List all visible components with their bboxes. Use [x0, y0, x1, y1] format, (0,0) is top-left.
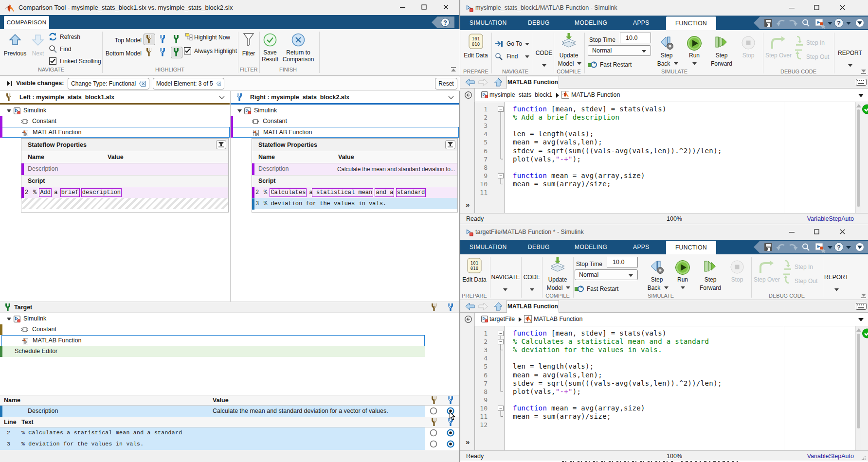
right-panel-props-filter-button[interactable] [445, 140, 455, 149]
step-back-button[interactable]: Step [651, 276, 663, 283]
maximize-button[interactable] [810, 2, 824, 14]
update-model-button[interactable]: Update [548, 276, 567, 283]
lt-radio-right[interactable] [447, 429, 454, 437]
top-model-merged-button[interactable] [171, 34, 182, 45]
chip-model-element-remove-icon[interactable] [217, 81, 221, 87]
nv-radio-left[interactable] [430, 407, 437, 415]
bottom-model-left-button[interactable] [144, 47, 155, 58]
return-comparison-button[interactable]: Return toComparison [283, 49, 314, 63]
find-button[interactable]: Find [60, 46, 71, 53]
fast-restart-button[interactable]: Fast Restart [587, 285, 618, 292]
step-forward-button[interactable]: Step [716, 52, 728, 59]
report-button[interactable]: REPORT [824, 274, 849, 281]
maximize-button[interactable] [417, 1, 432, 13]
forward-arrow-icon[interactable] [478, 78, 488, 86]
target-tree-row-simulink[interactable]: Simulink [0, 314, 425, 324]
chip-change-type[interactable]: Change Type: Functional [68, 78, 149, 89]
linked-scrolling-checkbox[interactable] [49, 57, 56, 65]
left-panel-description-row[interactable]: Description [21, 163, 228, 175]
find-button[interactable]: Find [506, 53, 518, 60]
step-forward-button[interactable]: Step [705, 276, 717, 283]
breadcrumb-dropdown-icon[interactable] [858, 94, 864, 97]
left-panel-tree-row[interactable]: Simulink [0, 106, 230, 116]
tab-apps[interactable]: APPS [633, 19, 650, 26]
code-button[interactable]: CODE [536, 50, 553, 56]
run-button[interactable]: Run [689, 52, 700, 59]
code-line[interactable]: plot(vals,"-+"); [513, 388, 581, 395]
minimize-button[interactable] [396, 1, 410, 13]
code-line[interactable]: mean = avg(vals,len); [513, 138, 602, 146]
code-line[interactable]: % Add a brief description [513, 113, 619, 121]
edit-data-button[interactable]: Edit Data [464, 52, 488, 59]
step-back-label-2[interactable]: Back [648, 284, 661, 291]
up-arrow-icon[interactable] [494, 302, 503, 311]
navigate-collapsed-button[interactable]: NAVIGATE [491, 274, 520, 281]
bottom-model-right-button[interactable] [157, 47, 169, 58]
collapse-explorer-icon[interactable] [465, 316, 472, 323]
left-panel-tree-row[interactable]: MATLAB Function [0, 127, 230, 138]
chip-model-element[interactable]: Model Element: 3 of 5 [153, 78, 224, 89]
report-button[interactable]: REPORT [838, 50, 862, 56]
scrollbar-thumb[interactable] [857, 334, 860, 428]
minimize-button[interactable] [785, 226, 799, 238]
step-back-button[interactable]: Step [661, 52, 673, 59]
filter-button[interactable]: Filter [242, 50, 255, 57]
tab-modeling[interactable]: MODELING [575, 244, 607, 250]
fast-restart-button[interactable]: Fast Restart [600, 61, 632, 68]
expand-arrow-icon[interactable] [237, 109, 242, 113]
target-tree-row-constant[interactable]: Constant [0, 324, 425, 335]
close-button[interactable] [835, 2, 850, 14]
expand-arrow-icon[interactable] [7, 109, 11, 113]
code-line[interactable]: stdev = sqrt(sum(((vals-avg(vals,len)).^… [513, 147, 722, 155]
left-panel-props-filter-button[interactable] [216, 140, 226, 149]
code-line[interactable]: mean = sum(array)/size; [513, 180, 611, 188]
mode-dropdown[interactable]: Normal [575, 269, 638, 280]
code-line[interactable]: function [mean, stdev] = stats(vals) [513, 329, 667, 337]
scrollbar-up-icon[interactable] [856, 104, 861, 107]
breadcrumb-dropdown-icon[interactable] [858, 318, 864, 321]
close-button[interactable] [835, 226, 850, 238]
expand-arrow-icon[interactable] [7, 318, 11, 321]
step-forward-label-2[interactable]: Forward [700, 284, 721, 291]
code-line[interactable]: % Calculates a statistical mean and a st… [513, 338, 709, 345]
stop-time-input[interactable]: 10.0 [620, 33, 651, 43]
tab-modeling[interactable]: MODELING [575, 19, 607, 26]
reset-button[interactable]: Reset [435, 78, 457, 89]
collapse-explorer-icon[interactable] [465, 91, 472, 99]
lt-radio-left[interactable] [430, 440, 437, 448]
save-result-button[interactable]: SaveResult [262, 49, 278, 63]
up-arrow-icon[interactable] [494, 78, 503, 87]
code-line[interactable]: stdev = sqrt(sum(((vals-avg(vals,len)).^… [513, 379, 722, 387]
code-line[interactable]: plot(vals,"-+"); [513, 155, 581, 163]
target-tree-row-schedule-editor[interactable]: Schedule Editor [0, 346, 425, 357]
editor-scrollbar[interactable] [855, 102, 861, 213]
code-line[interactable]: mean = sum(array)/size; [513, 412, 611, 420]
run-button[interactable]: Run [677, 276, 688, 283]
top-model-left-button[interactable] [144, 34, 155, 45]
close-button[interactable] [439, 1, 453, 13]
quick-access-toolbar[interactable]: ? [754, 17, 868, 29]
tab-function[interactable]: FUNCTION [666, 241, 716, 254]
tab-apps[interactable]: APPS [633, 244, 650, 250]
target-left-merge-icon[interactable] [430, 303, 438, 311]
editor-prompt[interactable]: » [466, 200, 470, 209]
code-line[interactable]: function [mean, stdev] = stats(vals) [513, 105, 667, 113]
right-panel-tree-row[interactable]: Simulink [231, 106, 459, 116]
target-right-merge-icon[interactable] [447, 303, 454, 311]
lt-radio-right[interactable] [447, 440, 454, 448]
always-highlight-checkbox[interactable] [184, 47, 191, 54]
left-panel-header-chevron-icon[interactable] [219, 96, 225, 100]
keyboard-icon[interactable] [856, 303, 867, 310]
maximize-button[interactable] [810, 226, 824, 238]
tab-debug[interactable]: DEBUG [528, 244, 550, 250]
step-out-button[interactable]: Step Out [806, 53, 829, 60]
step-in-button[interactable]: Step In [806, 39, 825, 46]
lt-row[interactable]: 3% deviation for the values in vals. [0, 439, 459, 450]
tab-comparison[interactable]: COMPARISON [4, 16, 49, 29]
code-line[interactable]: function mean = avg(array,size) [513, 404, 645, 412]
lt-radio-left[interactable] [430, 429, 437, 437]
mode-dropdown[interactable]: Normal [588, 45, 651, 56]
update-model-button[interactable]: Update [560, 52, 579, 59]
breadcrumb-item-function[interactable]: MATLAB Function [534, 316, 583, 322]
collapse-ribbon-icon[interactable] [451, 67, 456, 72]
